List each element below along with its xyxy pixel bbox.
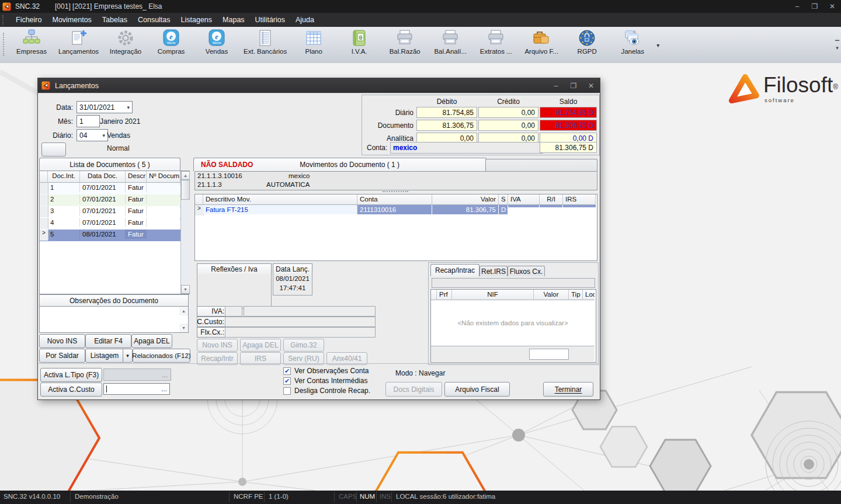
toolbar-button-arquivo[interactable]: Arquivo F... [519, 27, 564, 61]
checkbox-ver-contas[interactable]: ✔ Ver Contas Intermédias [283, 377, 367, 385]
table-row-selected[interactable]: > Fatura FT-215 2111310016 81.306,75 D [195, 205, 596, 215]
mov-col-irs[interactable]: IRS [563, 194, 596, 205]
recap-col-valor[interactable]: Valor [534, 290, 569, 300]
table-row[interactable]: 4 07/01/2021 Fatur [40, 218, 180, 230]
data-combobox[interactable]: 31/01/2021 ▾ [77, 101, 133, 113]
recap-col-nif[interactable]: NIF [452, 290, 534, 300]
tab-fluxos-cx[interactable]: Fluxos Cx. [508, 266, 545, 276]
listagem-dropdown-icon[interactable]: ▾ [123, 349, 133, 363]
doc-list-col-numdocum[interactable]: Nº Docum. [147, 171, 180, 183]
activa-ltipo-button[interactable]: Activa L.Tipo (F3) [40, 368, 102, 382]
account-info-box[interactable]: 21.1.1.3.10016 mexico 21.1.1.3 AUTOMATIC… [194, 171, 597, 190]
checkbox-desliga-controle[interactable]: Desliga Controle Recap. [283, 387, 370, 395]
app-minimize-button[interactable]: – [788, 2, 806, 11]
toolbar-button-lancamentos[interactable]: Lançamentos [54, 27, 103, 61]
mes-input[interactable]: 1 [77, 115, 100, 127]
listagem-button[interactable]: Listagem [85, 349, 124, 363]
mov-col-iva[interactable]: IVA [508, 194, 540, 205]
por-saldar-button[interactable]: Por Saldar [39, 349, 85, 363]
doc-list-col-datadoc[interactable]: Data Doc. [80, 171, 126, 183]
table-row[interactable]: 2 07/01/2021 Fatur [40, 194, 180, 207]
recap-col-prf[interactable]: Prf [437, 290, 452, 300]
diario-combobox[interactable]: 04 ▾ [77, 129, 108, 141]
window-titlebar[interactable]: Lançamentos – ❐ ✕ [38, 78, 600, 93]
menu-tabelas[interactable]: Tabelas [97, 14, 133, 26]
apaga-del-button[interactable]: Apaga DEL [131, 334, 172, 348]
toolbar-button-rgpd[interactable]: RGPD [564, 27, 610, 61]
novo-ins-button[interactable]: Novo INS [39, 334, 85, 348]
mov-col-s[interactable]: S [499, 194, 508, 205]
checkbox-unchecked-icon[interactable] [283, 387, 291, 395]
mov-col-valor[interactable]: Valor [432, 194, 499, 205]
novo-ins-mov-button[interactable]: Novo INS [197, 339, 238, 352]
janelas-dropdown-arrow[interactable]: ▾ [656, 42, 659, 48]
toolbar-button-empresas[interactable]: Empresas [9, 27, 54, 61]
toolbar-button-bal-analitica[interactable]: Bal.Analí... [428, 27, 473, 61]
mov-col-descritivo[interactable]: Descritivo Mov. [203, 194, 357, 205]
docs-digitais-button[interactable]: Docs Digitais [385, 382, 442, 397]
mov-col-conta[interactable]: Conta [357, 194, 432, 205]
checkbox-checked-icon[interactable]: ✔ [283, 377, 291, 385]
menu-utilitarios[interactable]: Utilitários [250, 14, 290, 26]
scroll-down-icon[interactable]: ▼ [179, 324, 188, 332]
flxcx-field[interactable] [225, 327, 376, 338]
relacionados-f12-button[interactable]: Relacionados (F12) [133, 349, 190, 363]
ccusto-input[interactable]: ... [103, 383, 170, 395]
recap-col-tip[interactable]: Tip [569, 290, 583, 300]
toolbar-button-vendas[interactable]: e fatura Vendas [194, 27, 239, 61]
checkbox-ver-observacoes[interactable]: ✔ Ver Observações Conta [283, 367, 369, 375]
scroll-down-icon[interactable]: ▼ [181, 285, 190, 294]
menu-ajuda[interactable]: Ajuda [290, 14, 319, 26]
table-row[interactable]: 1 07/01/2021 Fatur [40, 183, 180, 195]
arquivo-fiscal-button[interactable]: Arquivo Fiscal [444, 382, 510, 397]
conta-field[interactable]: mexico [390, 142, 543, 154]
doc-list-col-descr[interactable]: Descr [126, 171, 147, 183]
menu-listagens[interactable]: Listagens [176, 14, 218, 26]
iva-desc-field[interactable] [244, 306, 376, 317]
doc-list-scrollbar[interactable]: ▲ ▼ [180, 171, 190, 294]
editar-f4-button[interactable]: Editar F4 [85, 334, 131, 348]
tab-movimentos-documento[interactable]: NÃO SALDADO Movimentos do Documento ( 1 … [193, 158, 486, 171]
toolbar-button-extratos[interactable]: Extratos ... [473, 27, 519, 61]
toolbar-button-bal-razao[interactable]: Bal.Razão [382, 27, 428, 61]
toolbar-button-plano[interactable]: Plano [291, 27, 336, 61]
observacoes-textarea[interactable]: ▲ ▼ [39, 306, 189, 333]
toolbar-button-janelas[interactable]: Janelas [610, 27, 655, 61]
iva-code-field[interactable] [225, 306, 242, 317]
chevron-down-icon[interactable]: ▾ [127, 105, 130, 110]
terminar-button[interactable]: Terminar [543, 382, 593, 397]
toolbar-overflow-icon[interactable]: ▔ ▾ [835, 41, 839, 50]
menu-mapas[interactable]: Mapas [217, 14, 250, 26]
ccusto-field[interactable] [225, 317, 376, 327]
activa-ccusto-button[interactable]: Activa C.Custo [40, 383, 102, 397]
tab-ret-irs[interactable]: Ret.IRS [479, 266, 508, 276]
diario-color-button[interactable] [41, 142, 66, 157]
tab-recap-intrac[interactable]: Recap/Intrac [430, 264, 479, 276]
doc-list-col-docint[interactable]: Doc.Int. [48, 171, 80, 183]
toolbar-button-iva[interactable]: θ I.V.A. [336, 27, 382, 61]
toolbar-button-compras[interactable]: e fatura Compras [148, 27, 194, 61]
recap-col-loc[interactable]: Loc [583, 290, 595, 300]
table-row-selected[interactable]: > 5 08/01/2021 Fatur [40, 230, 180, 241]
mov-col-ri[interactable]: R/I [540, 194, 563, 205]
toolbar-button-integracao[interactable]: Integração [103, 27, 148, 61]
checkbox-checked-icon[interactable]: ✔ [283, 367, 291, 375]
gimo32-button[interactable]: Gimo.32 [283, 339, 324, 352]
menu-consultas[interactable]: Consultas [133, 14, 176, 26]
toolbar-button-ext-bancarios[interactable]: Ext. Bancários [239, 27, 291, 61]
window-minimize-button[interactable]: – [547, 82, 565, 90]
window-maximize-button[interactable]: ❐ [565, 82, 582, 90]
table-row[interactable]: 3 07/01/2021 Fatur [40, 206, 180, 218]
scroll-thumb[interactable] [181, 180, 190, 200]
app-close-button[interactable]: ✕ [823, 2, 841, 11]
menu-movimentos[interactable]: Movimentos [47, 14, 96, 26]
menu-ficheiro[interactable]: Ficheiro [11, 14, 47, 26]
chevron-down-icon[interactable]: ▾ [102, 133, 105, 138]
scroll-up-icon[interactable]: ▲ [181, 171, 190, 180]
tab-lista-documentos[interactable]: Lista de Documentos ( 5 ) [39, 158, 180, 171]
app-restore-button[interactable]: ❐ [806, 2, 823, 11]
scroll-up-icon[interactable]: ▲ [179, 307, 188, 315]
window-close-button[interactable]: ✕ [582, 82, 600, 90]
apaga-del-mov-button[interactable]: Apaga DEL [240, 339, 281, 352]
recap-filter-field[interactable] [432, 278, 595, 288]
